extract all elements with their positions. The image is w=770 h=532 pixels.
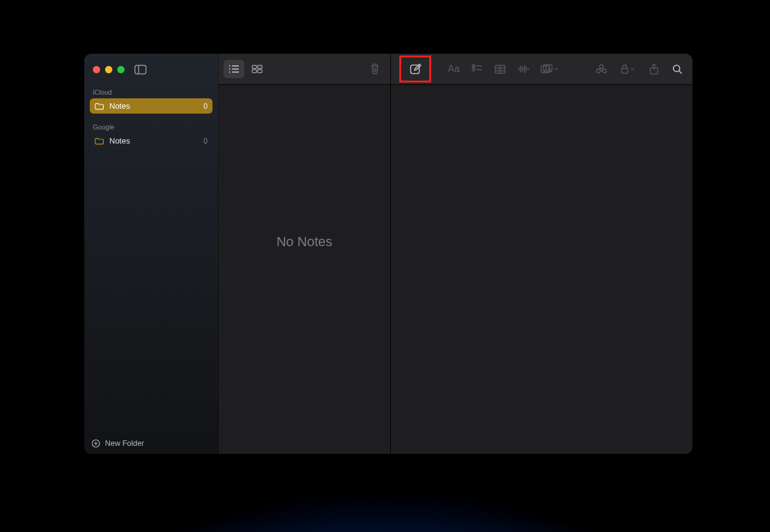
svg-rect-14 (258, 70, 262, 73)
window-titlebar (84, 54, 218, 85)
svg-line-46 (679, 71, 682, 74)
plus-circle-icon (92, 439, 100, 448)
checklist-button[interactable] (467, 60, 487, 78)
svg-line-41 (602, 68, 603, 70)
svg-point-36 (545, 67, 547, 68)
folder-count: 0 (203, 137, 208, 145)
search-button[interactable] (667, 60, 688, 78)
link-button[interactable] (591, 60, 612, 78)
list-view-button[interactable] (223, 60, 244, 78)
svg-line-40 (600, 68, 601, 70)
svg-rect-11 (252, 65, 256, 68)
editor-column: Aa (391, 54, 692, 454)
new-folder-button[interactable]: New Folder (84, 433, 218, 454)
sidebar-folder-icloud-notes[interactable]: Notes 0 (90, 98, 212, 114)
svg-point-7 (229, 68, 230, 70)
folder-count: 0 (203, 102, 208, 111)
gallery-view-button[interactable] (247, 60, 267, 78)
sidebar-section-label-icloud: iCloud (84, 85, 218, 98)
close-window-button[interactable] (93, 66, 100, 73)
toggle-sidebar-icon[interactable] (134, 65, 147, 75)
svg-point-5 (229, 65, 230, 67)
folder-name: Notes (109, 136, 130, 145)
notes-list-column: No Notes (219, 54, 391, 454)
svg-rect-0 (135, 65, 146, 74)
svg-point-22 (472, 72, 474, 74)
new-note-button[interactable] (405, 60, 426, 78)
format-aa-icon: Aa (448, 64, 460, 75)
new-folder-label: New Folder (105, 439, 144, 448)
format-text-button[interactable]: Aa (443, 60, 464, 78)
editor-toolbar: Aa (391, 54, 692, 85)
svg-point-45 (673, 65, 680, 71)
list-toolbar (219, 54, 390, 85)
lock-button[interactable] (614, 60, 641, 78)
chevron-down-icon (630, 67, 635, 71)
share-button[interactable] (644, 60, 664, 78)
svg-rect-12 (258, 65, 262, 68)
delete-note-button[interactable] (365, 60, 385, 78)
empty-list-message: No Notes (219, 85, 390, 454)
folder-icon (95, 102, 104, 111)
audio-button[interactable] (513, 60, 534, 78)
highlight-new-note (399, 56, 431, 82)
minimize-window-button[interactable] (105, 66, 112, 73)
folder-icon (95, 137, 104, 145)
folder-name: Notes (109, 101, 130, 111)
media-button[interactable] (536, 60, 563, 78)
chevron-down-icon (554, 67, 559, 71)
svg-rect-43 (622, 68, 628, 73)
sidebar-section-label-google: Google (84, 120, 218, 133)
svg-rect-13 (252, 70, 256, 73)
svg-point-9 (229, 71, 230, 73)
zoom-window-button[interactable] (117, 66, 125, 73)
svg-point-39 (600, 65, 603, 68)
window-controls (93, 66, 125, 73)
svg-point-20 (472, 68, 474, 71)
notes-window: iCloud Notes 0 Google Notes 0 (84, 54, 692, 454)
sidebar: iCloud Notes 0 Google Notes 0 (84, 54, 219, 454)
table-button[interactable] (490, 60, 510, 78)
sidebar-folder-google-notes[interactable]: Notes 0 (90, 133, 212, 148)
